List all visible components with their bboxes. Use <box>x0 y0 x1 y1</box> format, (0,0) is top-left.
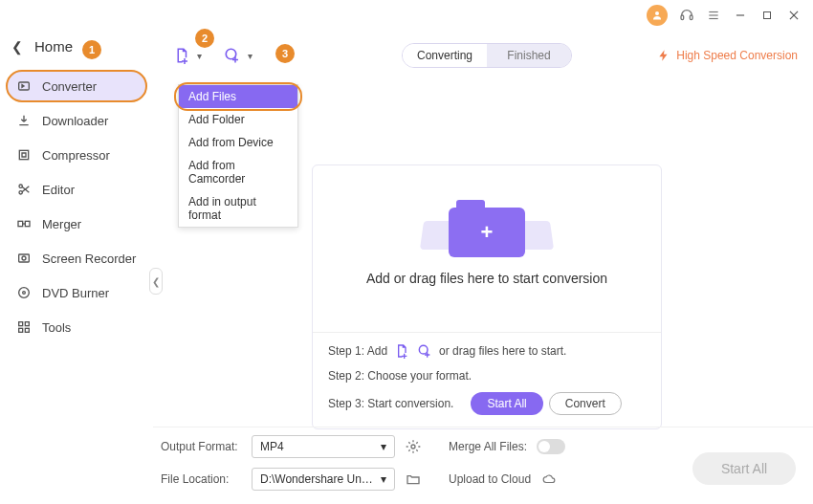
sidebar: ❮ Home 1 Converter Downloader Compressor… <box>0 31 153 504</box>
sidebar-item-editor[interactable]: Editor <box>6 173 147 206</box>
svg-point-0 <box>655 11 659 15</box>
sidebar-item-screen-recorder[interactable]: Screen Recorder <box>6 242 147 274</box>
svg-rect-2 <box>690 15 692 20</box>
tab-converting[interactable]: Converting <box>403 44 487 67</box>
dropzone[interactable]: + Add or drag files here to start conver… <box>312 164 662 429</box>
menu-icon[interactable] <box>706 8 721 23</box>
svg-rect-21 <box>19 322 23 326</box>
menu-item-add-files[interactable]: Add Files <box>179 85 297 108</box>
sidebar-item-merger[interactable]: Merger <box>6 208 147 240</box>
support-icon[interactable] <box>679 8 694 23</box>
cloud-icon[interactable] <box>540 471 558 488</box>
high-speed-conversion[interactable]: High Speed Conversion <box>657 49 798 62</box>
start-all-main-button[interactable]: Start All <box>692 452 796 485</box>
bottom-bar: Output Format: MP4 ▾ Merge All Files: Fi… <box>153 427 813 504</box>
menu-item-add-from-camcorder[interactable]: Add from Camcorder <box>179 154 297 190</box>
sidebar-item-label: Downloader <box>42 114 108 128</box>
close-icon[interactable] <box>786 8 802 23</box>
recorder-icon <box>15 250 33 267</box>
grid-icon <box>15 318 33 336</box>
sidebar-item-converter[interactable]: Converter <box>6 70 147 102</box>
sidebar-item-dvd-burner[interactable]: DVD Burner <box>6 276 147 309</box>
convert-button[interactable]: Convert <box>549 392 622 415</box>
upload-cloud-label: Upload to Cloud <box>449 472 531 486</box>
step-badge-2: 2 <box>195 29 214 48</box>
settings-gear-icon[interactable] <box>405 438 422 455</box>
svg-rect-14 <box>18 221 23 226</box>
add-disc-icon[interactable] <box>223 46 242 65</box>
scissors-icon <box>15 181 33 198</box>
sidebar-item-label: Merger <box>42 217 81 231</box>
sidebar-item-label: Screen Recorder <box>42 252 136 266</box>
toolbar: 2 ▾ ▾ 3 Add Files Add Folder Add <box>172 34 802 77</box>
svg-rect-7 <box>764 12 771 19</box>
svg-point-27 <box>411 445 415 449</box>
add-file-icon[interactable] <box>172 46 191 65</box>
output-format-select[interactable]: MP4 ▾ <box>252 435 395 458</box>
menu-item-add-from-device[interactable]: Add from Device <box>179 131 297 154</box>
step-badge-1: 1 <box>82 40 101 59</box>
step-3-row: Step 3: Start conversion. Start All Conv… <box>328 392 646 415</box>
start-all-button[interactable]: Start All <box>471 392 542 415</box>
conversion-tabs: Converting Finished <box>402 43 572 68</box>
file-location-select[interactable]: D:\Wondershare UniConverter 1 ▾ <box>252 468 395 491</box>
nav-list: Converter Downloader Compressor Editor M… <box>6 70 147 343</box>
add-file-mini-icon[interactable] <box>393 342 410 360</box>
chevron-down-icon: ▾ <box>381 472 386 486</box>
content-area: 2 ▾ ▾ 3 Add Files Add Folder Add <box>153 31 813 504</box>
svg-rect-11 <box>19 150 28 159</box>
add-tool-group: 2 ▾ ▾ 3 Add Files Add Folder Add <box>172 46 256 65</box>
converter-icon <box>15 77 33 95</box>
sidebar-item-label: Tools <box>42 320 71 335</box>
titlebar <box>0 0 813 31</box>
menu-item-add-folder[interactable]: Add Folder <box>179 108 297 131</box>
file-location-label: File Location: <box>161 472 242 486</box>
svg-rect-1 <box>681 15 684 20</box>
home-label: Home <box>34 38 73 55</box>
chevron-down-icon: ▾ <box>381 440 386 453</box>
step-1-row: Step 1: Add or drag files here to start. <box>328 342 646 360</box>
bolt-icon <box>657 49 670 62</box>
download-icon <box>15 112 33 129</box>
dropzone-illustration-area: + Add or drag files here to start conver… <box>313 165 661 328</box>
tab-finished[interactable]: Finished <box>487 44 571 67</box>
sidebar-item-label: Converter <box>42 79 97 94</box>
disc-icon <box>15 284 33 301</box>
svg-rect-15 <box>25 221 30 226</box>
folder-plus-icon: + <box>449 208 525 257</box>
svg-rect-22 <box>25 322 29 326</box>
sidebar-item-tools[interactable]: Tools <box>6 311 147 343</box>
steps-list: Step 1: Add or drag files here to start.… <box>313 342 661 415</box>
output-format-label: Output Format: <box>161 440 242 453</box>
add-disc-mini-icon[interactable] <box>416 342 433 360</box>
home-link[interactable]: ❮ Home 1 <box>6 34 147 66</box>
sidebar-item-compressor[interactable]: Compressor <box>6 139 147 171</box>
add-dropdown-menu: Add Files Add Folder Add from Device Add… <box>178 84 298 228</box>
dropzone-text: Add or drag files here to start conversi… <box>366 271 607 286</box>
merge-files-label: Merge All Files: <box>449 440 527 453</box>
divider <box>313 332 661 333</box>
merge-files-toggle[interactable] <box>537 439 565 454</box>
svg-rect-23 <box>19 328 23 332</box>
svg-rect-17 <box>19 254 30 262</box>
merger-icon <box>15 215 33 232</box>
sidebar-item-downloader[interactable]: Downloader <box>6 104 147 137</box>
maximize-icon[interactable] <box>759 8 775 23</box>
minimize-icon[interactable] <box>733 8 748 23</box>
sidebar-item-label: Compressor <box>42 148 110 163</box>
user-avatar[interactable] <box>647 5 668 26</box>
svg-point-20 <box>23 292 26 295</box>
svg-point-25 <box>226 49 236 59</box>
add-disc-dropdown-chevron[interactable]: ▾ <box>244 51 256 61</box>
svg-point-19 <box>19 288 30 298</box>
add-file-dropdown-chevron[interactable]: ▾ <box>193 51 206 61</box>
step-badge-3: 3 <box>275 44 295 63</box>
svg-point-18 <box>22 256 26 260</box>
step-2-row: Step 2: Choose your format. <box>328 369 646 383</box>
menu-item-add-output-format[interactable]: Add in output format <box>179 190 297 227</box>
compressor-icon <box>15 146 33 164</box>
sidebar-item-label: DVD Burner <box>42 286 109 300</box>
svg-rect-24 <box>25 328 29 332</box>
open-folder-icon[interactable] <box>405 471 422 488</box>
svg-point-26 <box>419 345 428 354</box>
